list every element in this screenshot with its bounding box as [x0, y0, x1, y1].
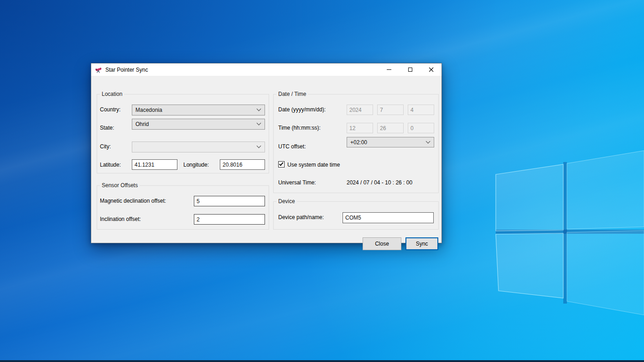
dialog-client-area: Location Country: Macedonia State: Ohrid…: [91, 76, 441, 243]
titlebar[interactable]: Star Pointer Sync: [91, 63, 441, 76]
date-time-group-title: Date / Time: [276, 91, 308, 97]
inclination-offset-input[interactable]: [194, 214, 265, 225]
utc-offset-label: UTC offset:: [278, 143, 306, 150]
date-time-group: Date / Time Date (yyyy/mm/dd): Time (hh:…: [273, 94, 439, 193]
universal-time-value: 2024 / 07 / 04 - 10 : 26 : 00: [347, 179, 412, 186]
close-window-button[interactable]: [421, 63, 441, 76]
location-group: Location Country: Macedonia State: Ohrid…: [97, 94, 269, 173]
close-icon: [429, 67, 434, 72]
minimize-button[interactable]: [379, 63, 400, 76]
telescope-icon: [95, 66, 103, 73]
windows-logo: [483, 137, 644, 320]
device-path-input[interactable]: [343, 212, 434, 223]
maximize-icon: [408, 68, 412, 72]
minimize-icon: [387, 69, 391, 70]
use-system-datetime-label[interactable]: Use system date time: [287, 162, 340, 168]
star-pointer-sync-window: Star Pointer Sync Location Country: Mace…: [91, 63, 442, 243]
time-hour-input[interactable]: [347, 123, 373, 133]
chevron-down-icon: [257, 144, 261, 148]
taskbar-edge: [0, 360, 644, 362]
utc-offset-select[interactable]: +02:00: [347, 137, 434, 147]
location-group-title: Location: [100, 91, 124, 97]
country-label: Country:: [100, 106, 120, 113]
sensor-offsets-group-title: Sensor Offsets: [100, 182, 140, 189]
universal-time-label: Universal Time:: [278, 179, 316, 186]
sync-button[interactable]: Sync: [405, 237, 438, 250]
checkmark-icon: [279, 161, 284, 166]
device-group-title: Device: [276, 198, 297, 205]
city-select[interactable]: [132, 142, 265, 152]
sensor-offsets-group: Sensor Offsets Magnetic declination offs…: [97, 185, 269, 230]
chevron-down-icon: [257, 121, 261, 126]
time-label: Time (hh:mm:ss):: [278, 125, 321, 131]
time-minute-input[interactable]: [377, 123, 404, 133]
utc-offset-selected-value: +02:00: [350, 139, 367, 146]
use-system-datetime-checkbox[interactable]: [278, 161, 285, 168]
date-label: Date (yyyy/mm/dd):: [278, 106, 326, 113]
chevron-down-icon: [426, 139, 431, 143]
desktop-wallpaper: Star Pointer Sync Location Country: Mace…: [0, 0, 644, 362]
state-label: State:: [100, 125, 114, 131]
longitude-label: Longitude:: [183, 162, 209, 168]
latitude-label: Latitude:: [100, 162, 121, 168]
country-selected-value: Macedonia: [135, 107, 162, 113]
state-selected-value: Ohrid: [135, 121, 149, 127]
device-path-label: Device path/name:: [278, 214, 324, 220]
chevron-down-icon: [257, 107, 261, 111]
magnetic-declination-input[interactable]: [194, 196, 265, 206]
latitude-input[interactable]: [132, 159, 177, 170]
inclination-offset-label: Inclination offset:: [100, 216, 141, 222]
date-month-input[interactable]: [377, 105, 404, 115]
window-title: Star Pointer Sync: [105, 67, 148, 73]
city-label: City:: [100, 143, 111, 150]
country-select[interactable]: Macedonia: [132, 105, 265, 115]
longitude-input[interactable]: [220, 159, 265, 170]
magnetic-declination-label: Magnetic declination offset:: [100, 198, 166, 204]
date-day-input[interactable]: [408, 105, 434, 115]
window-controls: [379, 63, 441, 76]
date-year-input[interactable]: [347, 105, 373, 115]
time-second-input[interactable]: [408, 123, 434, 133]
maximize-button[interactable]: [400, 63, 421, 76]
device-group: Device Device path/name:: [273, 201, 439, 230]
state-select[interactable]: Ohrid: [132, 119, 265, 130]
close-button[interactable]: Close: [363, 237, 401, 250]
